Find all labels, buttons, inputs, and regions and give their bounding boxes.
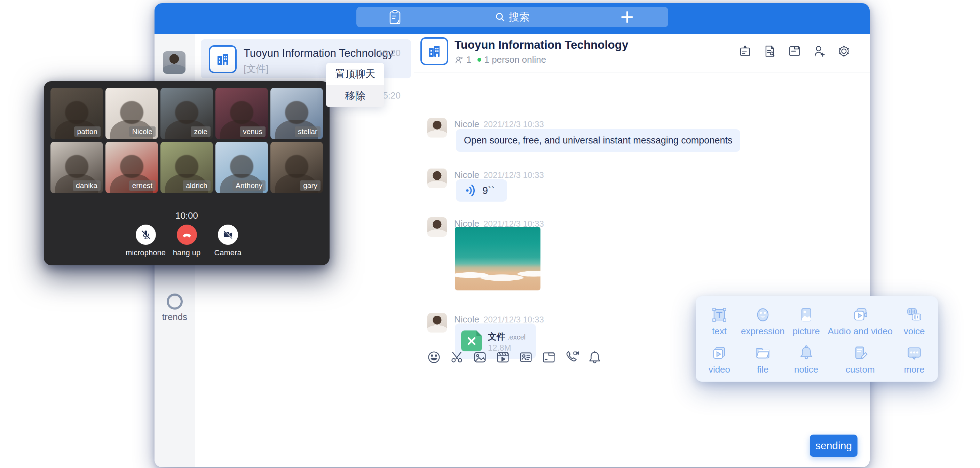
participant-name: Anthony [232, 180, 266, 191]
message-time: 2021/12/3 10:33 [484, 170, 544, 180]
text-bubble: Open source, free, and universal instant… [456, 129, 740, 152]
sender-name: Nicole [454, 314, 479, 324]
sender-avatar[interactable] [427, 118, 447, 137]
participant-name: patton [74, 126, 100, 137]
emoji-icon[interactable] [426, 349, 442, 365]
chat-header: Tuoyun Information Technology 1 1 person… [414, 34, 870, 72]
video-call-panel: patton Nicole zoie venus stellar danika … [44, 81, 329, 265]
microphone-button[interactable] [136, 225, 156, 245]
feature-video[interactable]: video [698, 340, 741, 379]
group-file-icon[interactable] [787, 43, 802, 59]
call-timer: 10:00 [44, 210, 329, 221]
picture-icon[interactable] [472, 349, 488, 365]
sender-name: Nicole [454, 119, 479, 129]
feature-panel: text expression picture [696, 296, 938, 382]
plus-icon[interactable] [621, 11, 633, 23]
feature-picture[interactable]: picture [785, 302, 828, 340]
image-bubble[interactable] [455, 227, 541, 291]
voice-bubble[interactable]: 9`` [456, 179, 507, 201]
screenshot-icon[interactable] [449, 349, 465, 365]
trends-label: trends [154, 311, 195, 323]
feature-custom[interactable]: custom [828, 340, 892, 379]
sender-avatar[interactable] [427, 217, 447, 237]
participant-name: zoie [191, 126, 210, 137]
sender-avatar[interactable] [427, 313, 447, 332]
video-call-icon[interactable] [564, 349, 580, 365]
text-icon [710, 305, 729, 324]
voice-wave-icon [464, 184, 477, 197]
participant-name: venus [240, 126, 266, 137]
search-bar[interactable]: 搜索 [356, 7, 668, 27]
file-ext: .excel [508, 333, 525, 341]
hang-up-label: hang up [173, 248, 201, 257]
online-status: 1 person online [484, 54, 546, 65]
more-icon [904, 343, 924, 363]
participant-tile: aldrich [161, 142, 213, 193]
context-menu: 置顶聊天 移除 [326, 63, 384, 107]
sender-name: Nicole [454, 169, 479, 180]
hang-up-button[interactable] [177, 225, 197, 245]
feature-more[interactable]: more [892, 340, 936, 379]
participant-name: stellar [295, 126, 321, 137]
notification-icon[interactable] [587, 349, 603, 365]
send-button[interactable]: sending [810, 434, 858, 457]
top-bar: 搜索 [154, 3, 870, 34]
picture-panel-icon [797, 305, 816, 324]
contact-card-icon[interactable] [518, 349, 534, 365]
conversation-time: 15:20 [378, 48, 401, 59]
file-name: 文件 [488, 332, 505, 341]
chat-history-search-icon[interactable] [762, 43, 778, 59]
audio-video-icon [851, 305, 870, 324]
participant-grid: patton Nicole zoie venus stellar danika … [51, 88, 323, 193]
group-avatar-icon [209, 45, 237, 73]
voice-duration: 9`` [482, 185, 495, 196]
call-controls: microphone hang up [44, 225, 329, 257]
sidebar-item-trends[interactable]: trends [154, 294, 195, 323]
hang-up-icon [181, 229, 193, 241]
expression-icon [753, 305, 773, 324]
add-member-icon[interactable] [811, 43, 827, 59]
feature-text[interactable]: text [698, 302, 741, 340]
participant-tile: ernest [105, 142, 158, 193]
participant-name: danika [73, 180, 100, 191]
my-avatar[interactable] [163, 51, 186, 74]
sender-avatar[interactable] [427, 169, 447, 188]
camera-label: Camera [214, 248, 241, 257]
file-icon[interactable] [541, 349, 557, 365]
settings-icon[interactable] [836, 43, 851, 59]
custom-icon [851, 343, 870, 363]
microphone-label: microphone [126, 248, 165, 257]
file-panel-icon [753, 343, 773, 363]
excel-file-icon [461, 331, 482, 351]
feature-file[interactable]: file [741, 340, 785, 379]
participant-tile: venus [215, 88, 268, 139]
member-count: 1 [466, 54, 471, 65]
trends-icon [167, 294, 183, 310]
online-dot [477, 58, 481, 62]
participant-tile: danika [51, 142, 103, 193]
video-icon[interactable] [495, 349, 511, 365]
composer-toolbar [426, 349, 603, 365]
feature-notice[interactable]: notice [785, 340, 828, 379]
mic-off-icon [140, 229, 152, 241]
conversation-title: Tuoyun Information Technology [243, 47, 394, 59]
camera-button[interactable] [218, 225, 238, 245]
members-icon [455, 55, 463, 64]
group-avatar-icon [420, 37, 448, 65]
voice-panel-icon [904, 305, 924, 324]
menu-item-pin-chat[interactable]: 置顶聊天 [326, 63, 384, 85]
page: 搜索 trends [0, 0, 980, 468]
feature-expression[interactable]: expression [741, 302, 785, 340]
group-notice-icon[interactable] [737, 43, 753, 59]
feature-audio-video[interactable]: Audio and video [828, 302, 892, 340]
participant-name: Nicole [129, 126, 156, 137]
participant-tile: stellar [270, 88, 323, 139]
conversation-last-message: [文件] [243, 62, 269, 75]
video-panel-icon [710, 343, 729, 363]
chat-main: Tuoyun Information Technology 1 1 person… [414, 34, 870, 467]
search-placeholder: 搜索 [509, 10, 530, 24]
message-time: 2021/12/3 10:33 [484, 315, 544, 324]
feature-voice[interactable]: voice [892, 302, 936, 340]
menu-item-remove[interactable]: 移除 [326, 85, 384, 107]
participant-name: gary [300, 180, 321, 191]
